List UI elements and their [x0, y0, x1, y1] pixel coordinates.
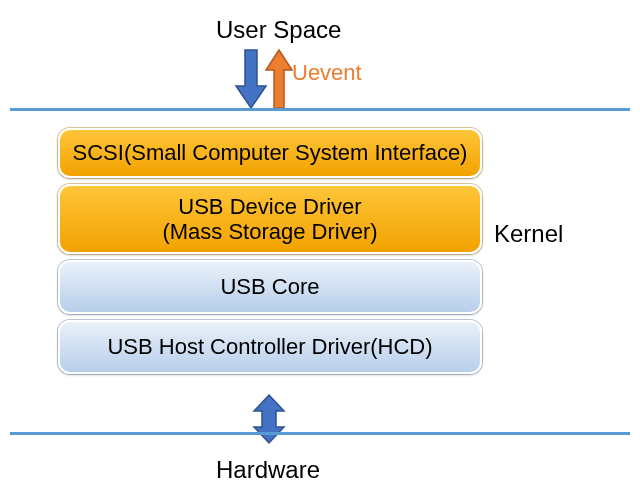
uevent-label: Uevent [292, 60, 362, 86]
layer-usb-core: USB Core [58, 260, 482, 314]
layer-usb-driver-line1: USB Device Driver [178, 194, 361, 219]
layer-scsi-text: SCSI(Small Computer System Interface) [73, 140, 468, 165]
layer-hcd-text: USB Host Controller Driver(HCD) [107, 334, 432, 359]
arrow-up-icon [266, 50, 292, 108]
layer-usb-driver-line2: (Mass Storage Driver) [162, 219, 377, 244]
double-arrow-icon [254, 395, 284, 443]
boundary-line-top [10, 108, 630, 111]
layer-hcd: USB Host Controller Driver(HCD) [58, 320, 482, 374]
kernel-stack: SCSI(Small Computer System Interface) US… [58, 128, 482, 380]
svg-marker-1 [266, 50, 292, 108]
hardware-label: Hardware [216, 456, 320, 484]
user-space-label: User Space [216, 16, 341, 44]
layer-usb-core-text: USB Core [220, 274, 319, 299]
svg-marker-2 [254, 395, 284, 443]
kernel-label: Kernel [494, 220, 563, 248]
boundary-line-bottom [10, 432, 630, 435]
layer-usb-driver: USB Device Driver (Mass Storage Driver) [58, 184, 482, 254]
diagram-stage: { "labels": { "user_space": "User Space"… [0, 0, 640, 502]
arrow-down-icon [236, 50, 266, 108]
svg-marker-0 [236, 50, 266, 108]
layer-scsi: SCSI(Small Computer System Interface) [58, 128, 482, 178]
